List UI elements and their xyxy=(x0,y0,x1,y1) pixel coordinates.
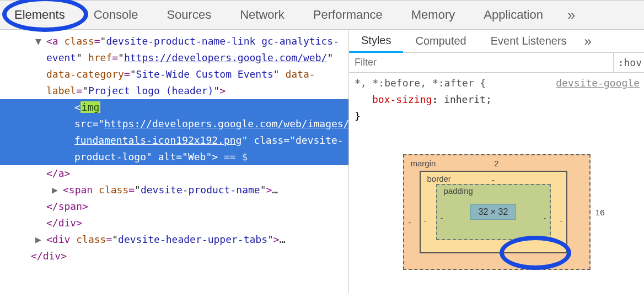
subtab-computed[interactable]: Computed xyxy=(403,30,478,52)
bm-margin-right: 16 xyxy=(595,208,605,217)
dom-div-close[interactable]: </div> xyxy=(0,215,348,231)
tab-overflow-icon[interactable]: » xyxy=(557,7,585,24)
tab-performance[interactable]: Performance xyxy=(299,1,397,29)
dom-div2-close[interactable]: </div> xyxy=(0,248,348,264)
hov-toggle[interactable]: :hov xyxy=(614,53,644,72)
tab-console[interactable]: Console xyxy=(79,1,153,29)
box-model-content[interactable]: 32 × 32 xyxy=(470,204,517,220)
elements-panel: ▼ <a class="devsite-product-name-link gc… xyxy=(0,30,349,293)
subtab-styles[interactable]: Styles xyxy=(349,30,403,53)
tab-memory[interactable]: Memory xyxy=(397,1,469,29)
tab-application[interactable]: Application xyxy=(469,1,557,29)
styles-sub-tabbar: Styles Computed Event Listeners » xyxy=(349,30,644,53)
tab-elements[interactable]: Elements xyxy=(0,1,79,29)
css-rule[interactable]: devsite-google *, *:before, *:after { bo… xyxy=(349,73,644,127)
box-model: margin 2 16 - border - - - padding - - 3… xyxy=(403,154,591,270)
subtab-eventlisteners[interactable]: Event Listeners xyxy=(479,30,579,52)
bm-border-right: - xyxy=(560,216,563,225)
styles-panel: Styles Computed Event Listeners » :hov d… xyxy=(349,30,644,293)
bm-margin-top: 2 xyxy=(494,159,498,168)
dom-img-selected[interactable]: <img src="https://developers.google.com/… xyxy=(0,99,348,165)
bm-margin-label: margin xyxy=(411,159,436,168)
disclosure-down-icon[interactable]: ▼ xyxy=(35,33,45,43)
bm-border-top: - xyxy=(492,175,495,185)
main-tabbar: Elements Console Sources Network Perform… xyxy=(0,0,644,30)
dom-div2-open[interactable]: ▶ <div class="devsite-header-upper-tabs"… xyxy=(0,231,348,248)
dom-tree[interactable]: ▼ <a class="devsite-product-name-link gc… xyxy=(0,30,348,264)
dom-a-open[interactable]: ▼ <a class="devsite-product-name-link gc… xyxy=(0,33,348,99)
bm-border-label: border xyxy=(427,174,451,183)
box-model-border[interactable]: border - - - padding - - 32 × 32 xyxy=(420,171,567,253)
bm-padding-left: - xyxy=(441,213,443,223)
bm-border-left: - xyxy=(424,216,427,225)
dom-span-close[interactable]: </span> xyxy=(0,198,348,215)
dom-span-open[interactable]: ▶ <span class="devsite-product-name">… xyxy=(0,182,348,198)
box-model-margin[interactable]: margin 2 16 - border - - - padding - - 3… xyxy=(403,154,591,270)
rule-origin-link[interactable]: devsite-google xyxy=(556,75,640,91)
bm-margin-left: - xyxy=(409,218,411,227)
subtab-overflow-icon[interactable]: » xyxy=(579,30,597,52)
bm-padding-right: - xyxy=(544,213,546,223)
disclosure-right-icon[interactable]: ▶ xyxy=(52,182,62,192)
tab-sources[interactable]: Sources xyxy=(152,1,226,29)
filter-row: :hov xyxy=(349,53,644,73)
box-model-padding[interactable]: padding - - 32 × 32 xyxy=(436,184,551,240)
filter-input[interactable] xyxy=(349,53,614,72)
dom-a-close[interactable]: </a> xyxy=(0,165,348,182)
tab-network[interactable]: Network xyxy=(226,1,299,29)
disclosure-right-icon[interactable]: ▶ xyxy=(35,231,45,241)
bm-padding-label: padding xyxy=(444,186,473,196)
